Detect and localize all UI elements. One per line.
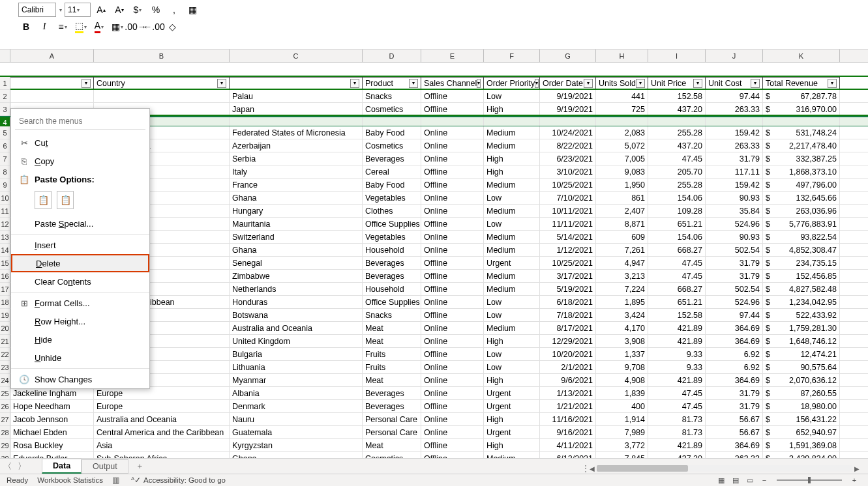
- ctx-cut[interactable]: ✂Cut: [11, 134, 149, 152]
- row-hdr-14[interactable]: 14: [0, 244, 10, 257]
- filter-icon[interactable]: ▾: [82, 79, 91, 88]
- hdr-j[interactable]: Unit Cost▾: [706, 77, 763, 89]
- ctx-copy[interactable]: ⎘Copy: [11, 152, 149, 170]
- comma-icon[interactable]: ,: [166, 3, 182, 17]
- row-hdr-1[interactable]: 1: [0, 77, 10, 90]
- row-hdr-24[interactable]: 24: [0, 374, 10, 387]
- zoom-in-button[interactable]: +: [848, 475, 861, 485]
- percent-icon[interactable]: %: [148, 3, 164, 17]
- corner-cell[interactable]: [0, 50, 10, 62]
- bold-button[interactable]: B: [18, 20, 34, 34]
- increase-decimal-icon[interactable]: .00→: [128, 20, 143, 34]
- clear-format-icon[interactable]: ◇: [164, 20, 180, 34]
- accessibility-status[interactable]: Accessibility: Good to go: [143, 476, 226, 484]
- add-sheet-button[interactable]: +: [128, 460, 151, 473]
- row-hdr-29[interactable]: 29: [0, 439, 10, 452]
- col-header-g[interactable]: G: [540, 50, 596, 62]
- scroll-right-icon[interactable]: ▶: [852, 464, 861, 473]
- ctx-format-cells[interactable]: ⊞Format Cells...: [11, 294, 149, 312]
- col-header-a[interactable]: A: [10, 50, 94, 62]
- hdr-f[interactable]: Order Priority▾: [484, 77, 540, 89]
- row-hdr-11[interactable]: 11: [0, 205, 10, 218]
- filter-icon[interactable]: ▾: [828, 79, 837, 88]
- row-hdr-9[interactable]: 9: [0, 179, 10, 192]
- hdr-c[interactable]: ▾: [230, 77, 363, 89]
- font-name-select[interactable]: [18, 3, 56, 17]
- row-hdr-17[interactable]: 17: [0, 283, 10, 296]
- accessibility-icon[interactable]: ᴬ✓: [131, 476, 141, 485]
- currency-icon[interactable]: $▾: [130, 3, 145, 17]
- row-hdr-2[interactable]: 2: [0, 90, 10, 103]
- row-hdr-6[interactable]: 6: [0, 139, 10, 152]
- row-hdr-5[interactable]: 5: [0, 126, 10, 139]
- font-name-chevron-icon[interactable]: ▾: [59, 7, 62, 13]
- hdr-k[interactable]: Total Revenue▾: [763, 77, 840, 89]
- paste-values-icon[interactable]: 📋: [57, 191, 74, 209]
- hdr-b[interactable]: Country▾: [94, 77, 230, 89]
- ctx-insert[interactable]: Insert: [11, 236, 149, 254]
- col-header-d[interactable]: D: [363, 50, 421, 62]
- row-hdr-20[interactable]: 20: [0, 322, 10, 335]
- row-hdr-10[interactable]: 10: [0, 192, 10, 205]
- ctx-show-changes[interactable]: 🕓Show Changes: [11, 370, 149, 388]
- row-hdr-28[interactable]: 28: [0, 426, 10, 439]
- tab-data[interactable]: Data: [42, 459, 82, 474]
- page-break-icon[interactable]: ▭: [743, 475, 756, 485]
- tab-output[interactable]: Output: [82, 459, 128, 474]
- select-all-corner[interactable]: [5, 3, 16, 16]
- font-size-select[interactable]: 11▾: [65, 3, 91, 17]
- row-hdr-8[interactable]: 8: [0, 165, 10, 179]
- filter-icon[interactable]: ▾: [217, 79, 226, 88]
- filter-icon[interactable]: ▾: [751, 79, 760, 88]
- context-search-input[interactable]: [15, 113, 145, 130]
- horizontal-scrollbar[interactable]: ⋮ ◀ ▶: [581, 463, 861, 474]
- hdr-g[interactable]: Order Date▾: [540, 77, 596, 89]
- normal-view-icon[interactable]: ▦: [715, 475, 728, 485]
- row-hdr-13[interactable]: 13: [0, 231, 10, 244]
- row-hdr-3[interactable]: 3: [0, 103, 10, 116]
- hdr-a[interactable]: ▾: [10, 77, 94, 89]
- scroll-thumb[interactable]: [597, 465, 688, 472]
- row-hdr-25[interactable]: 25: [0, 387, 10, 400]
- ctx-clear-contents[interactable]: Clear Contents: [11, 272, 149, 291]
- filter-icon[interactable]: ▾: [584, 79, 593, 88]
- ctx-row-height[interactable]: Row Height...: [11, 312, 149, 330]
- row-hdr-23[interactable]: 23: [0, 361, 10, 374]
- row-hdr-12[interactable]: 12: [0, 218, 10, 231]
- ctx-hide[interactable]: Hide: [11, 330, 149, 349]
- row-hdr-18[interactable]: 18: [0, 296, 10, 309]
- zoom-slider[interactable]: [777, 479, 842, 481]
- row-hdr-22[interactable]: 22: [0, 348, 10, 361]
- display-settings-icon[interactable]: ▥: [112, 476, 119, 485]
- font-color-icon[interactable]: A▾: [91, 20, 107, 34]
- col-header-e[interactable]: E: [421, 50, 484, 62]
- tab-prev-icon[interactable]: 〈: [0, 461, 14, 472]
- filter-icon[interactable]: ▾: [477, 79, 481, 88]
- row-hdr-19[interactable]: 19: [0, 309, 10, 322]
- filter-icon[interactable]: ▾: [409, 79, 418, 88]
- hdr-h[interactable]: Units Sold▾: [596, 77, 648, 89]
- scroll-left-icon[interactable]: ◀: [588, 464, 597, 473]
- page-layout-icon[interactable]: ▤: [729, 475, 742, 485]
- paste-default-icon[interactable]: 📋: [35, 191, 52, 209]
- decrease-font-icon[interactable]: A▾: [112, 3, 127, 17]
- increase-font-icon[interactable]: A▴: [93, 3, 109, 17]
- align-icon[interactable]: ≡▾: [55, 20, 70, 34]
- zoom-out-button[interactable]: −: [758, 475, 771, 485]
- col-header-f[interactable]: F: [484, 50, 540, 62]
- row-hdr-27[interactable]: 27: [0, 413, 10, 426]
- decrease-decimal-icon[interactable]: ←.00: [146, 20, 162, 34]
- col-header-h[interactable]: H: [596, 50, 648, 62]
- filter-icon[interactable]: ▾: [693, 79, 702, 88]
- col-header-k[interactable]: K: [763, 50, 840, 62]
- italic-button[interactable]: I: [37, 20, 52, 34]
- col-header-i[interactable]: I: [648, 50, 706, 62]
- hdr-i[interactable]: Unit Price▾: [648, 77, 706, 89]
- workbook-stats[interactable]: Workbook Statistics: [37, 476, 103, 484]
- hdr-d[interactable]: Product▾: [363, 77, 421, 89]
- filter-icon[interactable]: ▾: [350, 79, 359, 88]
- row-hdr-26[interactable]: 26: [0, 400, 10, 413]
- cell-style-icon[interactable]: ▦: [185, 3, 200, 17]
- row-hdr-16[interactable]: 16: [0, 270, 10, 283]
- col-header-c[interactable]: C: [230, 50, 363, 62]
